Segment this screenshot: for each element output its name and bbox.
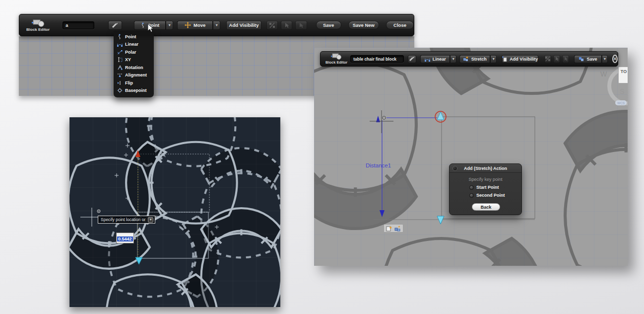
dynamic-input-field[interactable]: 0.5442 (116, 233, 134, 243)
add-stretch-action-dialog: Add (Stretch) Action Specify key point S… (449, 163, 522, 215)
action-type-button[interactable]: Move (177, 21, 213, 30)
menu-item-rotation[interactable]: Rotation (114, 64, 154, 72)
visibility-mode-button[interactable] (266, 21, 278, 30)
menu-item-point[interactable]: Point (114, 33, 154, 41)
make-invisible-button-large[interactable] (562, 55, 569, 63)
visibility-icon (502, 56, 507, 62)
action-dropdown: Move ▼ (177, 21, 220, 30)
rotation-icon (117, 65, 123, 71)
linear-icon (117, 41, 123, 47)
menu-item-xy[interactable]: XY (114, 56, 154, 64)
menu-item-alignment[interactable]: Alignment (114, 72, 154, 79)
cursor-hide-icon (563, 56, 569, 62)
visibility-state-icon (269, 22, 275, 28)
pencil-icon (112, 22, 119, 28)
action-dropdown-large: Stretch ▼ (459, 55, 497, 63)
command-tooltip: Specify point location or ▼ (98, 216, 155, 224)
menu-item-linear[interactable]: Linear (114, 41, 154, 49)
make-visible-button[interactable] (281, 21, 292, 30)
linear-parameter-icon (425, 57, 430, 62)
add-visibility-button-large[interactable]: Add Visibility (502, 55, 538, 63)
small-editor-toolbar: Block Editor Point ▼ Move ▼ Add Visibili… (19, 14, 414, 36)
block-name-input-large[interactable] (350, 55, 404, 63)
save-dropdown-large: Save ▼ (574, 55, 608, 63)
parameter-type-menu: Point Linear Polar XY Rotation Alignment… (114, 31, 154, 97)
close-button[interactable]: Close (386, 21, 414, 29)
stretch-action-icon (463, 56, 469, 62)
cursor-select-icon (284, 22, 290, 28)
close-editor-button[interactable]: × (612, 55, 618, 63)
block-editor-icon (32, 19, 45, 27)
save-button[interactable]: Save (316, 21, 341, 29)
cursor-hide-icon (298, 22, 304, 28)
alignment-icon (117, 72, 123, 78)
point-icon (117, 34, 123, 40)
make-invisible-button[interactable] (295, 21, 307, 30)
menu-item-basepoint[interactable]: Basepoint (114, 87, 154, 95)
polar-icon (117, 49, 123, 55)
cyan-grip-up (437, 112, 444, 120)
make-visible-button-large[interactable] (553, 55, 560, 63)
block-editor-label: Block Editor (26, 27, 50, 32)
pencil-icon (409, 56, 415, 62)
edit-parameter-button[interactable] (108, 21, 122, 30)
lookup-action-icon[interactable] (386, 226, 392, 232)
save-dropdown-arrow-large[interactable]: ▼ (602, 55, 608, 63)
menu-item-polar[interactable]: Polar (114, 48, 154, 56)
dark-canvas-drawing (69, 117, 280, 307)
block-editor-badge-large: Block Editor (325, 53, 347, 65)
action-bar (384, 224, 403, 233)
parameter-dropdown-large: Linear ▼ (420, 55, 456, 63)
chair-top (565, 111, 628, 266)
parameter-dropdown-arrow[interactable]: ▼ (166, 21, 173, 30)
large-canvas-drawing (314, 48, 628, 266)
point-parameter-icon (140, 22, 145, 28)
action-dropdown-arrow-large[interactable]: ▼ (490, 55, 497, 63)
dark-drawing-canvas[interactable]: Specify point location or ▼ 0.5442 (69, 117, 280, 307)
basepoint-icon (117, 87, 123, 93)
large-editor-toolbar: Block Editor Linear ▼ Stretch (320, 51, 618, 67)
chair-bottom (314, 63, 416, 229)
block-editor-badge: Block Editor (26, 19, 50, 32)
block-editor-icon (331, 53, 342, 60)
xy-icon (117, 57, 123, 63)
action-dropdown-arrow[interactable]: ▼ (213, 21, 220, 30)
stretch-action-icon[interactable] (394, 226, 401, 232)
edit-parameter-button-large[interactable] (408, 55, 416, 63)
distance-parameter-label[interactable]: Distance1 (366, 162, 391, 168)
viewcube-west-label[interactable]: W (600, 70, 607, 78)
dialog-prompt: Specify key point (450, 177, 521, 182)
add-visibility-button[interactable]: Add Visibility (226, 21, 261, 30)
save-button-large[interactable]: Save (574, 55, 602, 63)
visibility-mode-button-large[interactable] (544, 55, 551, 63)
save-block-icon (579, 56, 584, 62)
viewcube-wcs-menu[interactable]: WCS (615, 100, 627, 105)
dialog-title: Add (Stretch) Action (464, 166, 507, 171)
dialog-close-orb[interactable] (452, 166, 457, 171)
flip-icon (117, 80, 123, 86)
crosshair-cursor-large (370, 110, 393, 133)
viewcube-top-face[interactable]: TO (618, 67, 628, 83)
visibility-state-icon (545, 56, 551, 62)
block-name-input[interactable] (63, 21, 94, 29)
start-point-option[interactable]: Start Point (469, 185, 521, 190)
second-point-option[interactable]: Second Point (469, 193, 521, 198)
chair-right (381, 238, 543, 266)
mouse-cursor-icon (147, 23, 154, 33)
action-type-button-large[interactable]: Stretch (459, 55, 490, 63)
menu-item-flip[interactable]: Flip (114, 79, 154, 87)
parameter-dropdown-arrow-large[interactable]: ▼ (450, 55, 456, 63)
tooltip-dropdown-icon[interactable]: ▼ (148, 217, 153, 223)
dialog-title-bar: Add (Stretch) Action (450, 164, 521, 173)
large-editor-canvas[interactable]: Distance1 W S TO WCS Block Editor (314, 48, 628, 266)
move-action-icon (185, 22, 191, 28)
viewcube-south-label[interactable]: S (620, 87, 624, 95)
parameter-type-button-large[interactable]: Linear (420, 55, 450, 63)
cyan-grip-down (437, 216, 444, 224)
start-point-radio[interactable] (469, 185, 474, 190)
block-editor-label: Block Editor (325, 60, 347, 65)
second-point-radio[interactable] (469, 193, 474, 198)
back-button[interactable]: Back (472, 203, 500, 211)
cursor-select-icon (554, 56, 560, 62)
save-new-button[interactable]: Save New (348, 21, 379, 29)
